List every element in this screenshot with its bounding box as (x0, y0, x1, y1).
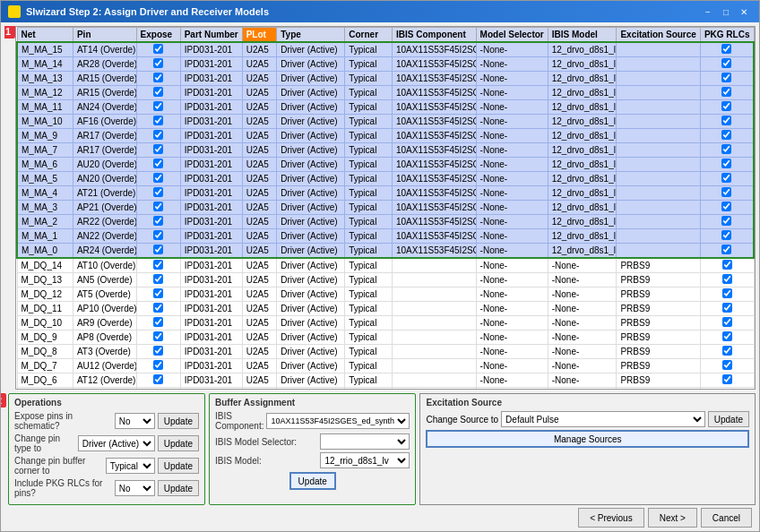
table-row[interactable]: M_DQ_12 AT5 (Overde) IPD031-201 U2A5 Dri… (17, 287, 754, 302)
badge-1-top: 1 (4, 26, 17, 39)
model-selector-row: IBIS Model Selector: (215, 433, 410, 450)
table-row[interactable]: M_MA_1 AN22 (Overde) IPD031-201 U2A5 Dri… (17, 229, 754, 244)
pkg-update-button[interactable]: Update (158, 480, 199, 496)
close-button[interactable]: ✕ (736, 4, 752, 19)
buffer-update-button[interactable]: Update (289, 472, 336, 490)
expose-row: Expose pins in schematic? NoYes Update (14, 411, 199, 431)
col-header-ibis[interactable]: IBIS Component (393, 28, 477, 43)
title-bar: SIwizard Step 2: Assign Driver and Recei… (1, 1, 759, 22)
col-header-corner[interactable]: Corner (345, 28, 393, 43)
table-row[interactable]: M_MA_10 AF16 (Overde) IPD031-201 U2A5 Dr… (17, 115, 754, 129)
pin-type-row: Change pin type to Driver (Active)Receiv… (14, 433, 199, 453)
window-controls: − □ ✕ (700, 4, 752, 19)
table-row[interactable]: M_MA_9 AR17 (Overde) IPD031-201 U2A5 Dri… (17, 129, 754, 143)
pin-type-label: Change pin type to (14, 433, 75, 453)
app-icon (8, 5, 21, 18)
content-area: 1 Net Pin Expose Part Number PLot Type (1, 22, 759, 531)
ibis-model-label: IBIS Model: (215, 456, 317, 466)
corner-update-button[interactable]: Update (158, 458, 199, 474)
ibis-model-select[interactable]: 12_rrio_d8s1_lv (320, 452, 410, 468)
badge-2: 2 (1, 393, 6, 408)
excitation-title: Excitation Source (426, 398, 749, 408)
pin-type-select[interactable]: Driver (Active)Receiver (78, 435, 155, 451)
table-row[interactable]: M_MA_11 AN24 (Overde) IPD031-201 U2A5 Dr… (17, 100, 754, 115)
cancel-button[interactable]: Cancel (701, 508, 752, 528)
ibis-model-row: IBIS Model: 12_rrio_d8s1_lv (215, 452, 410, 468)
data-table: Net Pin Expose Part Number PLot Type Cor… (16, 27, 755, 389)
table-row[interactable]: M_MA_13 AR15 (Overde) IPD031-201 U2A5 Dr… (17, 72, 754, 86)
table-section: 1 Net Pin Expose Part Number PLot Type (4, 26, 756, 390)
ibis-component-row: IBIS Component: 10AX11S53F45I2SGES_ed_sy… (215, 411, 410, 431)
table-header-row: Net Pin Expose Part Number PLot Type Cor… (17, 28, 754, 43)
ibis-component-select[interactable]: 10AX11S53F45I2SGES_ed_synth (266, 413, 410, 429)
nav-buttons: < Previous Next > Cancel (4, 508, 756, 528)
col-header-type[interactable]: Type (277, 28, 345, 43)
col-header-pkg[interactable]: PKG RLCs (700, 28, 754, 43)
pkg-row: Include PKG RLCs for pins? NoYes Update (14, 478, 199, 498)
pkg-label: Include PKG RLCs for pins? (14, 478, 112, 498)
pkg-select[interactable]: NoYes (115, 480, 155, 496)
corner-label: Change pin buffer corner to (14, 456, 103, 476)
buffer-assignment-panel: Buffer Assignment IBIS Component: 10AX11… (209, 393, 416, 505)
main-window: SIwizard Step 2: Assign Driver and Recei… (0, 0, 760, 532)
pin-type-update-button[interactable]: Update (158, 435, 199, 451)
table-row[interactable]: M_MA_12 AR15 (Overde) IPD031-201 U2A5 Dr… (17, 86, 754, 100)
model-selector-select[interactable] (320, 433, 410, 450)
col-header-model-sel[interactable]: Model Selector (476, 28, 548, 43)
table-row[interactable]: M_MA_0 AR24 (Overde) IPD031-201 U2A5 Dri… (17, 244, 754, 259)
previous-button[interactable]: < Previous (578, 508, 644, 528)
buffer-title: Buffer Assignment (215, 398, 410, 408)
table-row[interactable]: M_DQ_8 AT3 (Overde) IPD031-201 U2A5 Driv… (17, 345, 754, 359)
excitation-change-row: Change Source to Default PulsePRBS9None … (426, 411, 749, 427)
table-row[interactable]: M_MA_5 AN20 (Overde) IPD031-201 U2A5 Dri… (17, 172, 754, 186)
col-header-ibis-model[interactable]: IBIS Model (548, 28, 617, 43)
table-row[interactable]: M_DQ_14 AT10 (Overde) IPD031-201 U2A5 Dr… (17, 258, 754, 273)
corner-select[interactable]: TypicalFastSlow (106, 458, 155, 474)
expose-update-button[interactable]: Update (158, 413, 199, 429)
main-table-container: Net Pin Expose Part Number PLot Type Cor… (15, 26, 756, 390)
minimize-button[interactable]: − (700, 4, 716, 19)
table-row[interactable]: M_DQ_9 AP8 (Overde) IPD031-201 U2A5 Driv… (17, 330, 754, 345)
table-row[interactable]: M_DQ_11 AP10 (Overde) IPD031-201 U2A5 Dr… (17, 302, 754, 316)
table-row[interactable]: M_MA_6 AU20 (Overde) IPD031-201 U2A5 Dri… (17, 158, 754, 172)
table-row[interactable]: M_DQ_7 AU12 (Overde) IPD031-201 U2A5 Dri… (17, 359, 754, 373)
col-header-pin[interactable]: Pin (73, 28, 136, 43)
table-row[interactable]: M_DQ_5 AJ6 (Overde) IPD031-201 U2A5 Driv… (17, 388, 754, 390)
table-row[interactable]: M_DQ_10 AR9 (Overde) IPD031-201 U2A5 Dri… (17, 316, 754, 330)
table-row[interactable]: M_MA_4 AT21 (Overde) IPD031-201 U2A5 Dri… (17, 186, 754, 201)
corner-row: Change pin buffer corner to TypicalFastS… (14, 456, 199, 476)
table-scroll[interactable]: Net Pin Expose Part Number PLot Type Cor… (16, 27, 755, 389)
change-source-select[interactable]: Default PulsePRBS9None (501, 411, 705, 427)
next-button[interactable]: Next > (648, 508, 697, 528)
excitation-panel: Excitation Source Change Source to Defau… (419, 393, 756, 505)
table-row[interactable]: M_MA_3 AP21 (Overde) IPD031-201 U2A5 Dri… (17, 201, 754, 215)
table-row[interactable]: M_MA_7 AR17 (Overde) IPD031-201 U2A5 Dri… (17, 143, 754, 158)
expose-select[interactable]: NoYes (115, 413, 155, 429)
table-row[interactable]: M_MA_2 AR22 (Overde) IPD031-201 U2A5 Dri… (17, 215, 754, 229)
maximize-button[interactable]: □ (718, 4, 734, 19)
change-source-label: Change Source to (426, 415, 498, 425)
table-row[interactable]: M_DQ_6 AT12 (Overde) IPD031-201 U2A5 Dri… (17, 373, 754, 388)
table-row[interactable]: M_MA_14 AR28 (Overde) IPD031-201 U2A5 Dr… (17, 57, 754, 72)
col-header-part[interactable]: Part Number (180, 28, 242, 43)
expose-label: Expose pins in schematic? (14, 411, 112, 431)
buffer-update-container: Update (215, 472, 410, 490)
excitation-update-button[interactable]: Update (708, 411, 749, 427)
table-row[interactable]: M_DQ_13 AN5 (Overde) IPD031-201 U2A5 Dri… (17, 273, 754, 287)
model-selector-label: IBIS Model Selector: (215, 437, 317, 447)
col-header-expose[interactable]: Expose (136, 28, 180, 43)
ibis-component-label: IBIS Component: (215, 411, 263, 431)
col-header-excitation[interactable]: Excitation Source (617, 28, 700, 43)
table-row[interactable]: M_MA_15 AT14 (Overde) IPD031-201 U2A5 Dr… (17, 42, 754, 57)
window-title: SIwizard Step 2: Assign Driver and Recei… (26, 6, 269, 17)
col-header-net[interactable]: Net (17, 28, 73, 43)
operations-title: Operations (14, 398, 199, 408)
col-header-ref[interactable]: PLot (242, 28, 277, 43)
title-bar-left: SIwizard Step 2: Assign Driver and Recei… (8, 5, 269, 18)
manage-sources-button[interactable]: Manage Sources (426, 430, 749, 448)
bottom-area: 2 Operations Expose pins in schematic? N… (4, 393, 756, 505)
operations-panel: Operations Expose pins in schematic? NoY… (8, 393, 205, 505)
table-body: M_MA_15 AT14 (Overde) IPD031-201 U2A5 Dr… (17, 42, 754, 389)
